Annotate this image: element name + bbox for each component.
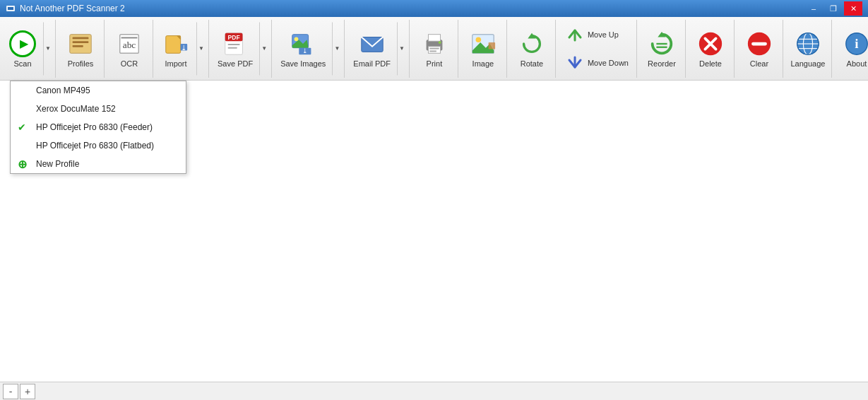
email-pdf-icon: [358, 30, 386, 58]
print-group: Print: [411, 20, 458, 78]
toolbar: Scan ▼ Profiles abc: [0, 17, 868, 81]
svg-rect-16: [228, 44, 240, 45]
window-title: Not Another PDF Scanner 2: [20, 4, 125, 13]
active-check-icon: ✔: [18, 122, 26, 133]
import-icon: ⤓: [162, 30, 190, 58]
svg-rect-9: [166, 35, 181, 53]
reorder-button[interactable]: Reorder: [640, 21, 684, 76]
save-images-container: ⤓ Save Images ▼: [275, 21, 343, 76]
image-icon: [469, 30, 497, 58]
svg-text:⤓: ⤓: [181, 43, 186, 51]
rotate-label: Rotate: [521, 59, 543, 68]
profiles-dropdown: Canon MP495 Xerox DocuMate 152 ✔ HP Offi…: [10, 81, 186, 174]
language-icon: [794, 30, 822, 58]
move-group: Move Up Move Down: [557, 20, 637, 78]
svg-rect-26: [428, 46, 440, 53]
close-button[interactable]: ✕: [844, 1, 862, 16]
print-button[interactable]: Print: [412, 21, 456, 76]
xerox-documate-label: Xerox DocuMate 152: [36, 104, 116, 114]
save-images-label: Save Images: [280, 59, 326, 68]
delete-button[interactable]: Delete: [689, 21, 732, 76]
new-profile-item[interactable]: ⊕ New Profile: [11, 155, 186, 173]
delete-group: Delete: [687, 20, 735, 78]
language-button[interactable]: Language: [786, 21, 830, 76]
new-profile-label: New Profile: [36, 159, 79, 169]
title-bar-left: Not Another PDF Scanner 2: [6, 4, 125, 13]
image-label: Image: [472, 59, 494, 68]
email-pdf-button[interactable]: Email PDF: [348, 22, 396, 76]
svg-text:i: i: [855, 35, 858, 50]
save-images-dropdown-arrow[interactable]: ▼: [332, 22, 342, 76]
save-pdf-button[interactable]: PDF Save PDF: [213, 22, 258, 76]
reorder-label: Reorder: [648, 59, 676, 68]
restore-button[interactable]: ❐: [824, 1, 843, 16]
import-label: Import: [165, 59, 186, 68]
svg-rect-4: [73, 41, 89, 43]
delete-icon: [696, 30, 725, 58]
clear-icon: [745, 30, 773, 58]
ocr-button[interactable]: abc OCR: [107, 21, 151, 76]
move-down-label: Move Down: [588, 59, 629, 67]
minimize-button[interactable]: –: [804, 1, 823, 16]
clear-button[interactable]: Clear: [737, 21, 781, 76]
import-button-container: ⤓ Import ▼: [156, 21, 207, 76]
email-pdf-container: Email PDF ▼: [347, 21, 408, 76]
svg-rect-28: [429, 50, 436, 52]
rotate-group: Rotate: [509, 20, 556, 78]
print-label: Print: [427, 59, 443, 68]
svg-point-29: [439, 41, 441, 44]
svg-rect-33: [489, 42, 496, 49]
save-pdf-label: Save PDF: [218, 59, 253, 68]
about-button[interactable]: i About: [835, 21, 868, 76]
save-images-button[interactable]: ⤓ Save Images: [275, 22, 331, 76]
profiles-icon: [66, 30, 95, 58]
canon-mp495-label: Canon MP495: [36, 86, 90, 95]
import-button[interactable]: ⤓ Import: [157, 22, 195, 76]
about-label: About: [847, 59, 867, 68]
zoom-out-button[interactable]: -: [3, 384, 18, 399]
ocr-icon: abc: [115, 30, 143, 58]
svg-point-31: [475, 37, 481, 42]
save-pdf-dropdown-arrow[interactable]: ▼: [259, 22, 269, 76]
about-icon: i: [843, 30, 868, 58]
clear-group: Clear: [736, 20, 783, 78]
save-pdf-group: PDF Save PDF ▼: [210, 20, 272, 78]
hp-feeder-label: HP Officejet Pro 6830 (Feeder): [36, 122, 153, 132]
image-button[interactable]: Image: [461, 21, 505, 76]
ocr-group: abc OCR: [106, 20, 153, 78]
email-pdf-dropdown-arrow[interactable]: ▼: [397, 22, 407, 76]
clear-label: Clear: [750, 59, 768, 68]
save-images-group: ⤓ Save Images ▼: [273, 20, 345, 78]
svg-rect-8: [121, 37, 138, 38]
svg-text:abc: abc: [123, 39, 136, 49]
email-pdf-label: Email PDF: [353, 59, 391, 68]
svg-text:PDF: PDF: [228, 34, 240, 41]
save-pdf-icon: PDF: [221, 30, 249, 58]
save-pdf-container: PDF Save PDF ▼: [212, 21, 270, 76]
profile-hp-flatbed[interactable]: HP Officejet Pro 6830 (Flatbed): [11, 136, 186, 155]
svg-point-19: [295, 37, 299, 41]
scan-icon: [8, 30, 37, 58]
svg-rect-17: [228, 47, 237, 48]
app-icon: [6, 4, 16, 13]
profile-hp-feeder[interactable]: ✔ HP Officejet Pro 6830 (Feeder): [11, 118, 186, 136]
about-group: i About: [833, 20, 868, 78]
move-up-button[interactable]: Move Up: [559, 21, 635, 48]
profiles-group: Profiles: [57, 20, 105, 78]
profile-xerox-documate-152[interactable]: Xerox DocuMate 152: [11, 100, 186, 118]
import-group: ⤓ Import ▼: [155, 20, 209, 78]
import-dropdown-arrow[interactable]: ▼: [196, 22, 206, 76]
profiles-button[interactable]: Profiles: [59, 21, 102, 76]
scan-dropdown-arrow[interactable]: ▼: [43, 22, 53, 76]
status-bar: - +: [0, 382, 868, 400]
print-icon: [420, 30, 448, 58]
rotate-button[interactable]: Rotate: [510, 21, 554, 76]
scan-button[interactable]: Scan: [4, 22, 42, 76]
ocr-label: OCR: [121, 59, 138, 68]
move-down-icon: [565, 53, 585, 73]
scan-label: Scan: [13, 59, 31, 68]
zoom-in-button[interactable]: +: [20, 384, 35, 399]
svg-rect-25: [428, 34, 440, 41]
move-down-button[interactable]: Move Down: [559, 49, 635, 76]
profile-canon-mp495[interactable]: Canon MP495: [11, 81, 186, 100]
